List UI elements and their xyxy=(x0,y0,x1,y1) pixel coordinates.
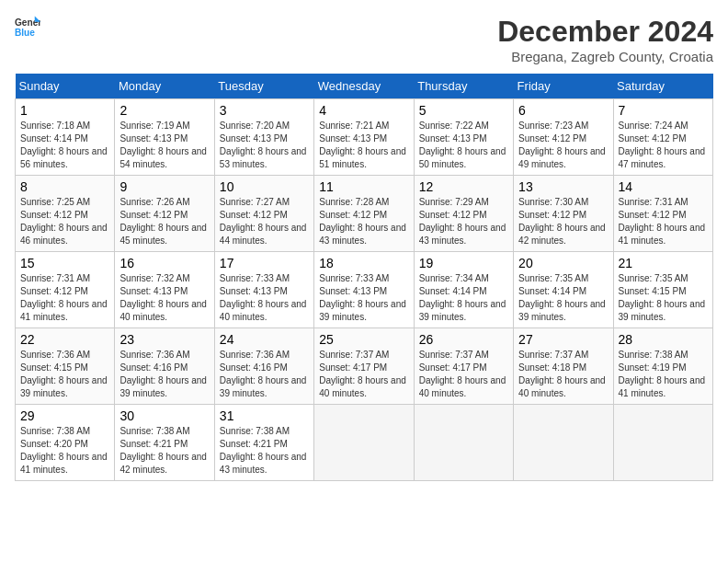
calendar-cell: 28Sunrise: 7:38 AMSunset: 4:19 PMDayligh… xyxy=(613,328,712,405)
day-info: Sunrise: 7:33 AMSunset: 4:13 PMDaylight:… xyxy=(220,272,309,324)
calendar-cell: 26Sunrise: 7:37 AMSunset: 4:17 PMDayligh… xyxy=(414,328,513,405)
day-number: 28 xyxy=(619,332,708,347)
day-number: 31 xyxy=(220,408,309,423)
header-area: General Blue December 2024 Bregana, Zagr… xyxy=(15,15,713,64)
calendar-cell xyxy=(514,405,613,481)
day-info: Sunrise: 7:30 AMSunset: 4:12 PMDaylight:… xyxy=(518,196,608,247)
day-info: Sunrise: 7:36 AMSunset: 4:16 PMDaylight:… xyxy=(119,349,209,400)
day-number: 14 xyxy=(619,179,708,194)
day-info: Sunrise: 7:35 AMSunset: 4:14 PMDaylight:… xyxy=(518,272,608,324)
calendar-cell: 16Sunrise: 7:32 AMSunset: 4:13 PMDayligh… xyxy=(115,252,214,328)
calendar-cell: 21Sunrise: 7:35 AMSunset: 4:15 PMDayligh… xyxy=(613,252,712,328)
calendar-cell: 2Sunrise: 7:19 AMSunset: 4:13 PMDaylight… xyxy=(115,99,214,176)
weekday-header-thursday: Thursday xyxy=(414,74,513,99)
calendar-cell: 10Sunrise: 7:27 AMSunset: 4:12 PMDayligh… xyxy=(214,176,313,252)
weekday-header-row: SundayMondayTuesdayWednesdayThursdayFrid… xyxy=(16,74,713,99)
calendar-cell: 20Sunrise: 7:35 AMSunset: 4:14 PMDayligh… xyxy=(514,252,613,328)
day-number: 19 xyxy=(419,256,508,270)
calendar-cell: 9Sunrise: 7:26 AMSunset: 4:12 PMDaylight… xyxy=(115,176,214,252)
calendar-cell: 7Sunrise: 7:24 AMSunset: 4:12 PMDaylight… xyxy=(613,99,712,176)
logo: General Blue xyxy=(15,15,40,40)
day-info: Sunrise: 7:31 AMSunset: 4:12 PMDaylight:… xyxy=(20,272,109,324)
day-info: Sunrise: 7:34 AMSunset: 4:14 PMDaylight:… xyxy=(419,272,508,324)
calendar-cell: 29Sunrise: 7:38 AMSunset: 4:20 PMDayligh… xyxy=(16,405,115,481)
day-info: Sunrise: 7:26 AMSunset: 4:12 PMDaylight:… xyxy=(119,196,209,247)
calendar-cell: 13Sunrise: 7:30 AMSunset: 4:12 PMDayligh… xyxy=(514,176,613,252)
day-number: 5 xyxy=(419,103,508,118)
location-title: Bregana, Zagreb County, Croatia xyxy=(497,49,713,64)
day-number: 9 xyxy=(119,179,209,194)
calendar-cell: 11Sunrise: 7:28 AMSunset: 4:12 PMDayligh… xyxy=(314,176,414,252)
title-area: December 2024 Bregana, Zagreb County, Cr… xyxy=(497,15,713,64)
calendar-cell: 30Sunrise: 7:38 AMSunset: 4:21 PMDayligh… xyxy=(115,405,214,481)
day-info: Sunrise: 7:24 AMSunset: 4:12 PMDaylight:… xyxy=(619,120,708,171)
day-info: Sunrise: 7:33 AMSunset: 4:13 PMDaylight:… xyxy=(319,272,408,324)
day-number: 25 xyxy=(319,332,408,347)
day-info: Sunrise: 7:31 AMSunset: 4:12 PMDaylight:… xyxy=(619,196,708,247)
day-number: 8 xyxy=(20,179,109,194)
calendar-cell: 18Sunrise: 7:33 AMSunset: 4:13 PMDayligh… xyxy=(314,252,414,328)
calendar-cell: 24Sunrise: 7:36 AMSunset: 4:16 PMDayligh… xyxy=(214,328,313,405)
weekday-header-sunday: Sunday xyxy=(16,74,115,99)
day-info: Sunrise: 7:35 AMSunset: 4:15 PMDaylight:… xyxy=(619,272,708,324)
calendar-cell xyxy=(314,405,414,481)
week-row-5: 29Sunrise: 7:38 AMSunset: 4:20 PMDayligh… xyxy=(16,405,713,481)
week-row-4: 22Sunrise: 7:36 AMSunset: 4:15 PMDayligh… xyxy=(16,328,713,405)
calendar-cell: 25Sunrise: 7:37 AMSunset: 4:17 PMDayligh… xyxy=(314,328,414,405)
day-info: Sunrise: 7:29 AMSunset: 4:12 PMDaylight:… xyxy=(419,196,508,247)
day-info: Sunrise: 7:36 AMSunset: 4:15 PMDaylight:… xyxy=(20,349,109,400)
weekday-header-tuesday: Tuesday xyxy=(214,74,313,99)
day-info: Sunrise: 7:37 AMSunset: 4:17 PMDaylight:… xyxy=(319,349,408,400)
weekday-header-monday: Monday xyxy=(115,74,214,99)
calendar-cell: 1Sunrise: 7:18 AMSunset: 4:14 PMDaylight… xyxy=(16,99,115,176)
week-row-1: 1Sunrise: 7:18 AMSunset: 4:14 PMDaylight… xyxy=(16,99,713,176)
day-number: 30 xyxy=(119,408,209,423)
weekday-header-wednesday: Wednesday xyxy=(314,74,414,99)
week-row-2: 8Sunrise: 7:25 AMSunset: 4:12 PMDaylight… xyxy=(16,176,713,252)
svg-text:Blue: Blue xyxy=(15,28,35,38)
day-info: Sunrise: 7:23 AMSunset: 4:12 PMDaylight:… xyxy=(518,120,608,171)
calendar-cell: 19Sunrise: 7:34 AMSunset: 4:14 PMDayligh… xyxy=(414,252,513,328)
calendar-cell: 31Sunrise: 7:38 AMSunset: 4:21 PMDayligh… xyxy=(214,405,313,481)
calendar-cell xyxy=(613,405,712,481)
day-number: 17 xyxy=(220,256,309,270)
day-number: 12 xyxy=(419,179,508,194)
day-info: Sunrise: 7:38 AMSunset: 4:19 PMDaylight:… xyxy=(619,349,708,400)
day-number: 22 xyxy=(20,332,109,347)
day-info: Sunrise: 7:28 AMSunset: 4:12 PMDaylight:… xyxy=(319,196,408,247)
day-info: Sunrise: 7:25 AMSunset: 4:12 PMDaylight:… xyxy=(20,196,109,247)
day-info: Sunrise: 7:32 AMSunset: 4:13 PMDaylight:… xyxy=(119,272,209,324)
day-info: Sunrise: 7:19 AMSunset: 4:13 PMDaylight:… xyxy=(119,120,209,171)
calendar-cell: 4Sunrise: 7:21 AMSunset: 4:13 PMDaylight… xyxy=(314,99,414,176)
day-number: 27 xyxy=(518,332,608,347)
day-number: 26 xyxy=(419,332,508,347)
calendar-cell: 15Sunrise: 7:31 AMSunset: 4:12 PMDayligh… xyxy=(16,252,115,328)
day-number: 29 xyxy=(20,408,109,423)
calendar-cell: 17Sunrise: 7:33 AMSunset: 4:13 PMDayligh… xyxy=(214,252,313,328)
calendar-cell xyxy=(414,405,513,481)
day-info: Sunrise: 7:38 AMSunset: 4:20 PMDaylight:… xyxy=(20,425,109,477)
day-info: Sunrise: 7:20 AMSunset: 4:13 PMDaylight:… xyxy=(220,120,309,171)
day-info: Sunrise: 7:37 AMSunset: 4:18 PMDaylight:… xyxy=(518,349,608,400)
day-info: Sunrise: 7:21 AMSunset: 4:13 PMDaylight:… xyxy=(319,120,408,171)
day-number: 21 xyxy=(619,256,708,270)
day-info: Sunrise: 7:36 AMSunset: 4:16 PMDaylight:… xyxy=(220,349,309,400)
day-info: Sunrise: 7:38 AMSunset: 4:21 PMDaylight:… xyxy=(119,425,209,477)
calendar-cell: 14Sunrise: 7:31 AMSunset: 4:12 PMDayligh… xyxy=(613,176,712,252)
day-info: Sunrise: 7:38 AMSunset: 4:21 PMDaylight:… xyxy=(220,425,309,477)
day-number: 23 xyxy=(119,332,209,347)
day-number: 10 xyxy=(220,179,309,194)
day-info: Sunrise: 7:37 AMSunset: 4:17 PMDaylight:… xyxy=(419,349,508,400)
week-row-3: 15Sunrise: 7:31 AMSunset: 4:12 PMDayligh… xyxy=(16,252,713,328)
day-number: 15 xyxy=(20,256,109,270)
day-number: 20 xyxy=(518,256,608,270)
calendar-cell: 23Sunrise: 7:36 AMSunset: 4:16 PMDayligh… xyxy=(115,328,214,405)
day-number: 7 xyxy=(619,103,708,118)
day-info: Sunrise: 7:27 AMSunset: 4:12 PMDaylight:… xyxy=(220,196,309,247)
day-number: 3 xyxy=(220,103,309,118)
day-info: Sunrise: 7:22 AMSunset: 4:13 PMDaylight:… xyxy=(419,120,508,171)
calendar-cell: 5Sunrise: 7:22 AMSunset: 4:13 PMDaylight… xyxy=(414,99,513,176)
logo-icon: General Blue xyxy=(15,15,40,40)
weekday-header-friday: Friday xyxy=(514,74,613,99)
month-title: December 2024 xyxy=(497,15,713,49)
